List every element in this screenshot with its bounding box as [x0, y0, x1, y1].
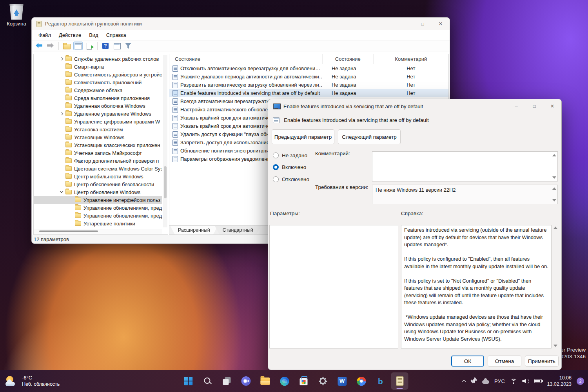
show-console-tree-icon[interactable] — [74, 42, 82, 50]
back-icon[interactable] — [35, 42, 44, 50]
tree-item[interactable]: Установщик классических приложен — [34, 141, 162, 149]
tree-item[interactable]: Установка нажатием — [34, 125, 162, 133]
taskbar-search[interactable] — [199, 372, 216, 390]
menu-view[interactable]: Вид — [85, 31, 102, 39]
radio-circle[interactable] — [273, 152, 279, 158]
tray-overflow-icon[interactable] — [462, 379, 466, 383]
taskbar-task-view[interactable] — [218, 372, 236, 390]
weather-widget[interactable]: -6°C Неб. облачность — [5, 370, 60, 392]
dialog-close-icon[interactable] — [543, 99, 561, 113]
taskbar-settings[interactable] — [314, 372, 332, 390]
export-list-icon[interactable] — [85, 42, 94, 50]
properties-window-icon[interactable] — [113, 42, 121, 50]
maximize-icon[interactable] — [414, 18, 432, 30]
filter-icon[interactable] — [124, 42, 132, 50]
tree-item[interactable]: Центр мобильности Windows — [34, 172, 162, 180]
ok-button[interactable]: ОК — [451, 356, 484, 367]
tree-item[interactable]: Совместимость драйверов и устройс — [34, 71, 162, 78]
tree-item[interactable]: Среда выполнения приложения — [34, 94, 162, 102]
tree-item[interactable]: Содержимое облака — [34, 86, 162, 94]
menu-file[interactable]: Файл — [35, 31, 54, 39]
tree-item[interactable]: Фактор дополнительной проверки п — [34, 157, 162, 165]
taskbar-chrome[interactable] — [353, 372, 370, 390]
taskbar-explorer[interactable] — [257, 372, 274, 390]
taskbar-store[interactable] — [295, 372, 312, 390]
help-text-box[interactable]: Features introduced via servicing (outsi… — [401, 225, 552, 348]
wifi-icon[interactable] — [510, 379, 517, 384]
comment-textarea[interactable] — [372, 151, 558, 181]
tree-item[interactable]: Учетная запись Майкрософт — [34, 149, 162, 157]
tree-expander-icon[interactable] — [59, 189, 65, 195]
next-setting-button[interactable]: Следующий параметр — [338, 129, 401, 144]
apply-button[interactable]: Применить — [525, 356, 559, 367]
policy-row[interactable]: Укажите диапазон периода активности для … — [169, 73, 448, 81]
menu-action[interactable]: Действие — [55, 31, 85, 39]
tree-expander-icon[interactable] — [59, 111, 65, 116]
folder-up-icon[interactable] — [62, 42, 71, 50]
tree-item[interactable]: Удаленное управление Windows — [34, 110, 162, 118]
taskbar-edge[interactable] — [276, 372, 293, 390]
dialog-titlebar[interactable]: Enable features introduced via servicing… — [268, 99, 561, 113]
close-icon[interactable] — [432, 18, 450, 30]
lotus-app-icon[interactable] — [471, 379, 477, 384]
tree-item[interactable]: Управление цифровыми правами W — [34, 118, 162, 125]
scroll-down-icon[interactable] — [554, 345, 557, 347]
tree-item[interactable]: Центр обеспечения безопасности — [34, 180, 162, 188]
tree-item[interactable]: Совместимость приложений — [34, 78, 162, 86]
tree-item[interactable]: Цветовая система Windows Color Sys — [34, 165, 162, 172]
column-header-setting[interactable]: Состояние — [169, 54, 323, 64]
column-header-comment[interactable]: Комментарий — [374, 54, 448, 64]
tree-item[interactable]: Смарт-карта — [34, 63, 162, 71]
cancel-button[interactable]: Отмена — [488, 356, 521, 367]
scroll-up-icon[interactable] — [554, 227, 557, 229]
tree-item[interactable]: Удаленная оболочка Windows — [34, 102, 162, 110]
taskbar-gpedit[interactable] — [391, 372, 408, 390]
policy-row[interactable]: Разрешить автоматическую загрузку обновл… — [169, 81, 448, 89]
dialog-maximize-icon[interactable] — [525, 99, 543, 113]
taskbar-word[interactable]: W — [334, 372, 351, 390]
previous-setting-button[interactable]: Предыдущий параметр — [272, 129, 334, 144]
clock[interactable]: 10:06 13.02.2023 — [547, 375, 572, 387]
recycle-bin[interactable]: Корзина — [5, 2, 28, 27]
dialog-minimize-icon[interactable] — [507, 99, 525, 113]
radio-enabled[interactable]: Включено — [273, 164, 306, 170]
tree-item[interactable]: Управление интерфейсом польз — [34, 196, 162, 204]
taskbar-start[interactable] — [180, 372, 197, 390]
scroll-up-icon[interactable] — [552, 154, 556, 156]
scrollbar-thumb[interactable] — [39, 230, 98, 232]
minimize-icon[interactable] — [396, 18, 414, 30]
volume-icon[interactable] — [522, 378, 529, 384]
policy-row[interactable]: Отключить автоматическую перезагрузку дл… — [169, 64, 448, 73]
taskbar-bing[interactable]: b — [372, 372, 389, 390]
battery-icon[interactable] — [534, 379, 542, 383]
scroll-up-icon[interactable] — [552, 187, 556, 190]
forward-icon[interactable] — [46, 42, 55, 50]
policy-row[interactable]: Enable features introduced via servicing… — [169, 89, 448, 97]
notification-badge[interactable]: 2 — [577, 377, 584, 385]
tree-item[interactable]: Центр обновления Windows — [34, 188, 162, 196]
tab-extended[interactable]: Расширенный — [170, 226, 218, 234]
radio-circle[interactable] — [273, 176, 279, 182]
tree-item[interactable]: Службы удаленных рабочих столов — [34, 55, 162, 63]
tree-expander-icon[interactable] — [59, 56, 65, 62]
tree-item[interactable]: Установщик Windows — [34, 133, 162, 141]
tree-vertical-scrollbar[interactable] — [163, 55, 167, 227]
radio-disabled[interactable]: Отключено — [273, 176, 309, 182]
column-header-state[interactable]: Состояние — [323, 54, 374, 64]
titlebar[interactable]: Редактор локальной групповой политики — [32, 18, 450, 30]
help-icon[interactable] — [101, 42, 110, 50]
scroll-down-icon[interactable] — [552, 176, 556, 179]
language-indicator[interactable]: РУС — [494, 378, 505, 384]
tree-item[interactable]: Управление обновлениями, пред — [34, 204, 162, 212]
menu-help[interactable]: Справка — [103, 31, 130, 39]
radio-circle[interactable] — [273, 164, 279, 170]
tree-item[interactable]: Устаревшие политики — [34, 220, 162, 227]
options-box[interactable] — [269, 225, 398, 348]
taskbar-chat[interactable] — [238, 372, 255, 390]
onedrive-icon[interactable] — [482, 380, 489, 384]
tab-standard[interactable]: Стандартный — [215, 226, 261, 234]
tree-horizontal-scrollbar[interactable] — [34, 229, 162, 234]
tree-item[interactable]: Управление обновлениями, пред — [34, 212, 162, 220]
help-scrollbar[interactable] — [552, 225, 558, 348]
scrollbar-thumb[interactable] — [164, 166, 167, 198]
